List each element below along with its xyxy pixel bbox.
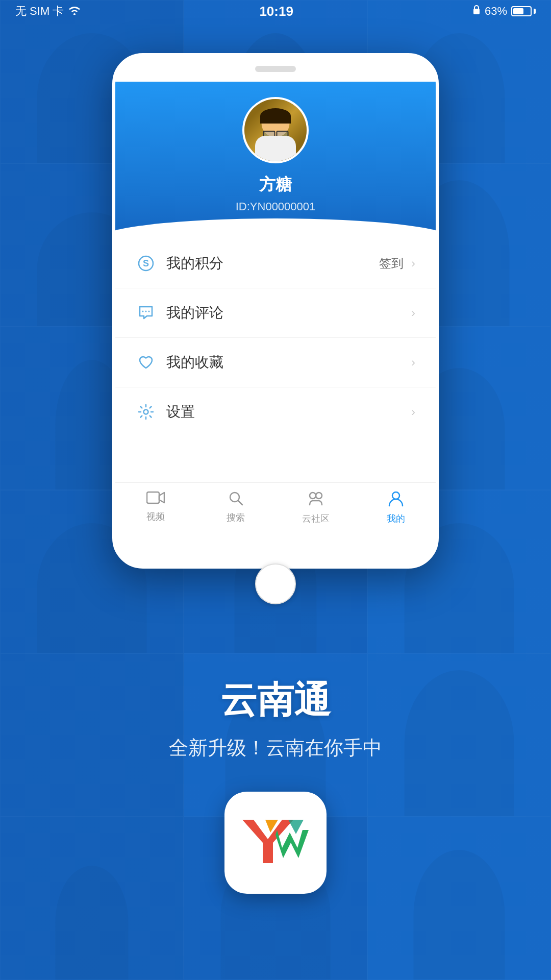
carrier-text: 无 SIM 卡 <box>15 4 64 19</box>
status-right: 63% <box>472 5 536 18</box>
settings-chevron: › <box>411 405 415 419</box>
svg-point-10 <box>310 493 316 499</box>
nav-item-community[interactable]: 云社区 <box>276 491 356 525</box>
menu-item-favorites[interactable]: 我的收藏 › <box>115 338 436 387</box>
svg-text:S: S <box>143 258 149 268</box>
app-subtitle: 全新升级！云南在你手中 <box>169 735 382 761</box>
community-label: 云社区 <box>302 512 330 525</box>
favorites-right: › <box>411 355 415 370</box>
phone-mockup: 方糖 ID:YN00000001 S 我的积分 签到 › <box>112 53 439 569</box>
search-icon <box>228 491 243 508</box>
menu-item-points[interactable]: S 我的积分 签到 › <box>115 239 436 288</box>
time-display: 10:19 <box>259 4 293 19</box>
points-icon: S <box>136 253 156 274</box>
svg-point-7 <box>144 410 148 414</box>
avatar-container <box>242 97 309 163</box>
wifi-icon <box>69 5 80 18</box>
lock-icon <box>472 5 481 18</box>
app-promo: 云南通 全新升级！云南在你手中 <box>169 615 382 894</box>
phone-bottom-bar <box>115 535 436 566</box>
battery-percent: 63% <box>485 5 507 18</box>
avatar <box>244 99 307 161</box>
avatar-body <box>255 136 296 161</box>
checkin-label: 签到 <box>379 255 404 272</box>
phone-speaker <box>255 66 296 72</box>
bottom-nav: 视频 搜索 云社区 <box>115 482 436 535</box>
nav-item-search[interactable]: 搜索 <box>195 491 276 525</box>
svg-rect-8 <box>147 492 159 503</box>
comments-chevron: › <box>411 306 415 320</box>
app-logo-svg <box>237 815 314 871</box>
status-left: 无 SIM 卡 <box>15 4 80 19</box>
mine-label: 我的 <box>387 512 405 525</box>
profile-name: 方糖 <box>259 174 292 196</box>
svg-point-6 <box>148 311 150 312</box>
settings-right: › <box>411 405 415 419</box>
favorites-icon <box>136 352 156 373</box>
menu-item-settings[interactable]: 设置 › <box>115 387 436 436</box>
phone-top-notch <box>115 56 436 82</box>
community-icon <box>308 491 324 509</box>
profile-header: 方糖 ID:YN00000001 <box>115 82 436 239</box>
favorites-chevron: › <box>411 355 415 370</box>
phone-home-area <box>112 569 439 615</box>
video-label: 视频 <box>146 510 165 523</box>
nav-item-video[interactable]: 视频 <box>115 491 195 525</box>
settings-label: 设置 <box>166 402 411 422</box>
comments-label: 我的评论 <box>166 303 411 323</box>
svg-rect-1 <box>473 9 480 14</box>
search-label: 搜索 <box>227 511 245 524</box>
battery-icon <box>511 6 536 16</box>
comments-right: › <box>411 306 415 320</box>
svg-point-0 <box>73 13 76 15</box>
home-button[interactable] <box>255 564 296 604</box>
svg-point-4 <box>142 311 144 312</box>
status-bar: 无 SIM 卡 10:19 63% <box>0 0 551 22</box>
svg-point-5 <box>145 311 147 312</box>
nav-item-mine[interactable]: 我的 <box>356 491 436 525</box>
points-right: 签到 › <box>379 255 415 272</box>
avatar-hair <box>260 108 291 124</box>
app-icon <box>224 792 327 894</box>
settings-icon <box>136 402 156 422</box>
points-label: 我的积分 <box>166 254 379 273</box>
main-content: 方糖 ID:YN00000001 S 我的积分 签到 › <box>0 22 551 894</box>
video-icon <box>146 491 165 507</box>
svg-point-12 <box>392 492 399 499</box>
favorites-label: 我的收藏 <box>166 353 411 372</box>
comments-icon <box>136 303 156 323</box>
menu-section: S 我的积分 签到 › <box>115 239 436 442</box>
svg-point-11 <box>316 493 322 499</box>
points-chevron: › <box>411 256 415 271</box>
mine-icon <box>388 491 404 509</box>
profile-id: ID:YN00000001 <box>236 200 316 213</box>
app-title: 云南通 <box>220 676 331 725</box>
menu-item-comments[interactable]: 我的评论 › <box>115 288 436 338</box>
menu-spacer <box>115 442 436 482</box>
